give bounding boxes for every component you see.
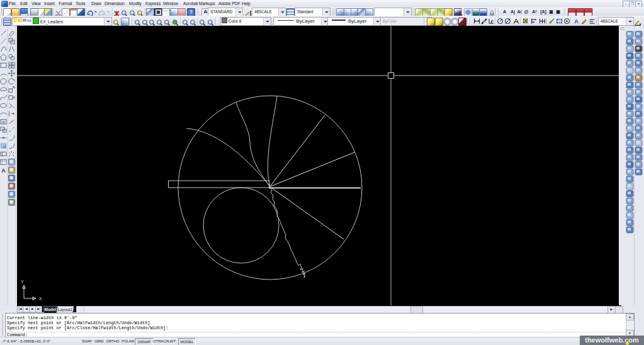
svg-text:A: A — [574, 18, 579, 25]
svg-text:Y: Y — [21, 280, 24, 284]
svg-text:A: A — [1, 167, 6, 174]
svg-text:X: X — [39, 297, 42, 301]
